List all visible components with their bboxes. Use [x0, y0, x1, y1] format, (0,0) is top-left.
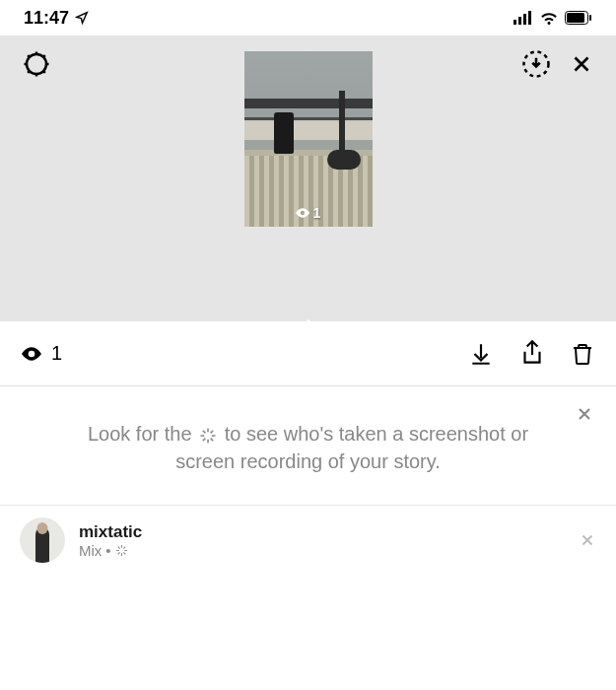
settings-icon[interactable]: [22, 49, 51, 79]
viewer-info: mixtatic Mix •: [79, 522, 565, 559]
screenshot-info-banner: Look for the to see who's taken a screen…: [0, 386, 616, 506]
viewer-username: mixtatic: [79, 522, 565, 542]
status-time: 11:47: [24, 8, 69, 29]
save-highlight-icon[interactable]: [521, 49, 551, 79]
svg-rect-0: [513, 20, 516, 25]
pointer-notch: [297, 319, 320, 331]
download-icon[interactable]: [468, 340, 494, 368]
avatar[interactable]: [20, 518, 65, 563]
viewer-displayname: Mix •: [79, 542, 565, 559]
svg-rect-5: [567, 13, 584, 23]
cellular-icon: [513, 11, 533, 25]
view-count-number: 1: [51, 342, 62, 365]
status-left: 11:47: [24, 8, 89, 29]
status-bar: 11:47: [0, 0, 616, 35]
share-icon[interactable]: [519, 339, 545, 369]
info-text-before: Look for the: [88, 423, 192, 445]
starburst-icon: [199, 427, 217, 445]
viewer-row[interactable]: mixtatic Mix •: [0, 506, 616, 575]
info-text-after: to see who's taken a screenshot or scree…: [175, 423, 528, 472]
delete-icon[interactable]: [571, 340, 594, 368]
view-count[interactable]: 1: [22, 342, 62, 365]
info-close-icon[interactable]: [575, 404, 594, 424]
story-thumbnail[interactable]: 1: [244, 51, 373, 227]
location-icon: [75, 11, 89, 25]
svg-rect-1: [518, 17, 521, 25]
thumb-view-count: 1: [296, 205, 321, 221]
svg-rect-2: [523, 14, 526, 25]
battery-icon: [565, 11, 592, 25]
svg-point-7: [27, 54, 46, 74]
svg-rect-6: [589, 15, 591, 21]
viewer-dismiss-icon[interactable]: [579, 531, 596, 549]
status-right: [513, 11, 592, 25]
svg-rect-3: [528, 11, 531, 25]
wifi-icon: [539, 11, 559, 25]
story-preview-area: 1: [0, 35, 616, 321]
starburst-icon-small: [115, 544, 128, 557]
close-icon[interactable]: [569, 51, 594, 77]
